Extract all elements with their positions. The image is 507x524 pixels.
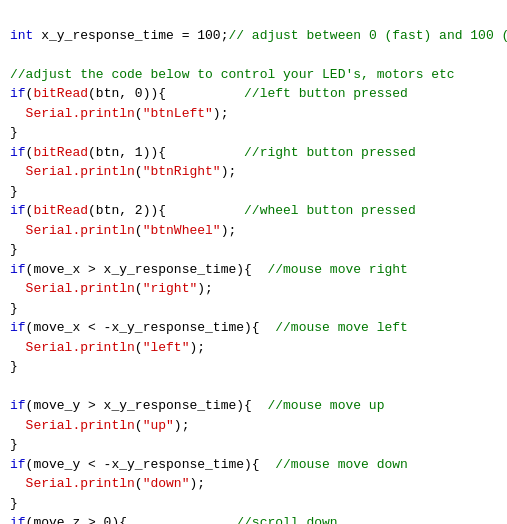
code-editor: int x_y_response_time = 100;// adjust be… [0, 0, 507, 524]
code-token [10, 106, 26, 121]
code-line: } [10, 182, 497, 202]
code-token: "btnWheel" [143, 223, 221, 238]
code-token: ); [174, 418, 190, 433]
code-token: "btnLeft" [143, 106, 213, 121]
code-line: } [10, 435, 497, 455]
code-token: ); [213, 106, 229, 121]
code-token: //right button pressed [244, 145, 416, 160]
code-token: //mouse move down [275, 457, 408, 472]
code-line: if(move_y < -x_y_response_time){ //mouse… [10, 455, 497, 475]
code-token: Serial.println [26, 476, 135, 491]
code-token: } [10, 242, 18, 257]
code-token [10, 223, 26, 238]
code-line [10, 377, 497, 397]
code-token: int [10, 28, 33, 43]
code-token: (btn, 1)){ [88, 145, 244, 160]
code-token: "btnRight" [143, 164, 221, 179]
code-line: Serial.println("btnRight"); [10, 162, 497, 182]
code-token: bitRead [33, 203, 88, 218]
code-token: ( [135, 418, 143, 433]
code-token [10, 164, 26, 179]
code-token: } [10, 125, 18, 140]
code-line [10, 45, 497, 65]
code-token: //wheel button pressed [244, 203, 416, 218]
code-token [10, 418, 26, 433]
code-token: Serial.println [26, 340, 135, 355]
code-token: ( [135, 164, 143, 179]
code-token: ( [135, 281, 143, 296]
code-token: ( [135, 223, 143, 238]
code-token [10, 476, 26, 491]
code-token: // adjust between 0 (fast) and 100 (slow… [228, 28, 507, 43]
code-line: Serial.println("left"); [10, 338, 497, 358]
code-line: Serial.println("down"); [10, 474, 497, 494]
code-token: //mouse move left [275, 320, 408, 335]
code-token: //scroll down [236, 515, 337, 524]
code-line: if(bitRead(btn, 2)){ //wheel button pres… [10, 201, 497, 221]
code-token: x_y_response_time = 100; [33, 28, 228, 43]
code-line: if(bitRead(btn, 1)){ //right button pres… [10, 143, 497, 163]
code-line: if(move_y > x_y_response_time){ //mouse … [10, 396, 497, 416]
code-token: if [10, 320, 26, 335]
code-token: ); [189, 340, 205, 355]
code-token: ); [221, 164, 237, 179]
code-token: if [10, 457, 26, 472]
code-token: ( [135, 476, 143, 491]
code-line: //adjust the code below to control your … [10, 65, 497, 85]
code-token: //mouse move up [267, 398, 384, 413]
code-line: if(move_z > 0){ //scroll down [10, 513, 497, 524]
code-line: } [10, 123, 497, 143]
code-token: ); [197, 281, 213, 296]
code-token: ( [135, 340, 143, 355]
code-line: Serial.println("right"); [10, 279, 497, 299]
code-line: } [10, 357, 497, 377]
code-token: "up" [143, 418, 174, 433]
code-token: Serial.println [26, 281, 135, 296]
code-token: (move_y < -x_y_response_time){ [26, 457, 276, 472]
code-token: if [10, 145, 26, 160]
code-line: Serial.println("up"); [10, 416, 497, 436]
code-token: ); [189, 476, 205, 491]
code-token: (move_x < -x_y_response_time){ [26, 320, 276, 335]
code-token: if [10, 86, 26, 101]
code-token: (move_x > x_y_response_time){ [26, 262, 268, 277]
code-token: (btn, 0)){ [88, 86, 244, 101]
code-line: } [10, 299, 497, 319]
code-token: if [10, 262, 26, 277]
code-line: int x_y_response_time = 100;// adjust be… [10, 26, 497, 46]
code-token: (btn, 2)){ [88, 203, 244, 218]
code-token: //mouse move right [267, 262, 407, 277]
code-token: Serial.println [26, 164, 135, 179]
code-line: Serial.println("btnLeft"); [10, 104, 497, 124]
code-token: } [10, 359, 18, 374]
code-token: bitRead [33, 145, 88, 160]
code-token: Serial.println [26, 223, 135, 238]
code-token: } [10, 184, 18, 199]
code-line: if(move_x < -x_y_response_time){ //mouse… [10, 318, 497, 338]
code-token: Serial.println [26, 106, 135, 121]
code-token: } [10, 301, 18, 316]
code-token: "right" [143, 281, 198, 296]
code-token: ( [135, 106, 143, 121]
code-token: if [10, 203, 26, 218]
code-token: } [10, 437, 18, 452]
code-token: "down" [143, 476, 190, 491]
code-line: } [10, 494, 497, 514]
code-token [10, 281, 26, 296]
code-token: } [10, 496, 18, 511]
code-token: if [10, 398, 26, 413]
code-token: (move_z > 0){ [26, 515, 237, 524]
code-token: (move_y > x_y_response_time){ [26, 398, 268, 413]
code-token: "left" [143, 340, 190, 355]
code-token: Serial.println [26, 418, 135, 433]
code-line: if(bitRead(btn, 0)){ //left button press… [10, 84, 497, 104]
code-line: if(move_x > x_y_response_time){ //mouse … [10, 260, 497, 280]
code-token: bitRead [33, 86, 88, 101]
code-token: //adjust the code below to control your … [10, 67, 455, 82]
code-line: } [10, 240, 497, 260]
code-token: ); [221, 223, 237, 238]
code-token [10, 340, 26, 355]
code-line: Serial.println("btnWheel"); [10, 221, 497, 241]
code-token: //left button pressed [244, 86, 408, 101]
code-token: if [10, 515, 26, 524]
